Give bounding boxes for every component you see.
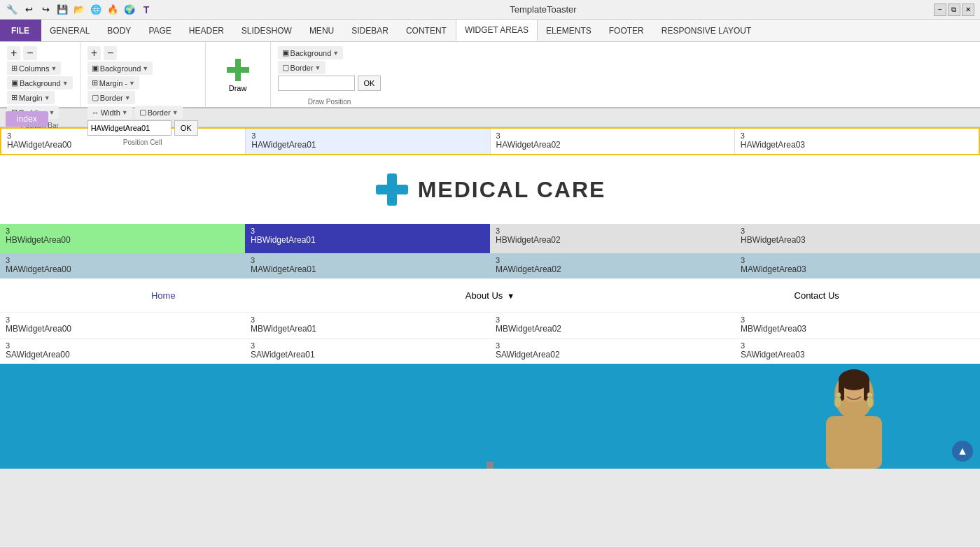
hb-widget-cell-3[interactable]: 3 HBWidgetArea03	[735, 224, 980, 253]
person-silhouette	[812, 367, 896, 469]
undo-icon[interactable]: ↩	[22, 3, 35, 16]
ma-widget-area-row: 3 MAWidgetArea00 3 MAWidgetArea01 3 MAWi…	[0, 253, 980, 278]
border-btn-row-poscell: ▢ Border ▼	[88, 91, 198, 104]
width-border-row-poscell: ↔ Width ▼ ▢ Border ▼	[88, 106, 198, 119]
width-poscell-button[interactable]: ↔ Width ▼	[88, 106, 132, 119]
close-button[interactable]: ✕	[962, 3, 974, 16]
columns-btn-row: ⊞ Columns ▼	[7, 62, 73, 75]
save-icon[interactable]: 💾	[56, 3, 69, 16]
border2-poscell-button[interactable]: ▢ Border ▼	[135, 106, 183, 119]
globe-icon[interactable]: 🌐	[90, 3, 102, 16]
menu-widget-areas[interactable]: WIDGET AREAS	[456, 20, 538, 41]
hb-widget-area-row: 3 HBWidgetArea00 3 HBWidgetArea01 3 HBWi…	[0, 224, 980, 253]
sa-widget-cell-3[interactable]: 3 SAWidgetArea03	[735, 339, 980, 364]
menu-slideshow[interactable]: SLIDESHOW	[233, 20, 301, 41]
restore-button[interactable]: ⧉	[948, 3, 960, 16]
position-cell-section: + − ▣ Background ▼ ⊞ Margin - ▼ ▢ Border…	[80, 42, 206, 107]
menu-body[interactable]: BODY	[99, 20, 140, 41]
add-position-cell-button[interactable]: +	[88, 46, 101, 60]
margin-posbar-icon: ⊞	[11, 93, 18, 102]
add-position-bar-button[interactable]: +	[7, 46, 20, 60]
background-poscell-label: Background	[100, 64, 141, 73]
fire-icon[interactable]: 🔥	[106, 3, 119, 16]
ma-widget-cell-0[interactable]: 3 MAWidgetArea00	[0, 253, 245, 278]
menu-bar: FILE GENERAL BODY PAGE HEADER SLIDESHOW …	[0, 20, 980, 42]
menu-responsive-layout[interactable]: RESPONSIVE LAYOUT	[653, 20, 760, 41]
mb-widget-cell-1[interactable]: 3 MBWidgetArea01	[245, 313, 490, 338]
sa-widget-cell-0[interactable]: 3 SAWidgetArea00	[0, 339, 245, 364]
logo-area: MEDICAL CARE	[0, 155, 980, 224]
columns-icon: ⊞	[11, 64, 18, 73]
margin-posbar-button[interactable]: ⊞ Margin ▼	[7, 91, 55, 104]
background-poscell-button[interactable]: ▣ Background ▼	[88, 62, 153, 75]
remove-position-bar-button[interactable]: −	[23, 46, 36, 60]
tab-index[interactable]: index	[6, 111, 48, 127]
mb-widget-cell-3[interactable]: 3 MBWidgetArea03	[735, 313, 980, 338]
remove-position-cell-button[interactable]: −	[104, 46, 117, 60]
nav-about-arrow: ▼	[507, 292, 514, 300]
person-image	[812, 367, 896, 469]
nav-contact[interactable]: Contact Us	[653, 285, 980, 306]
menu-elements[interactable]: ELEMENTS	[538, 20, 601, 41]
draw-border-button[interactable]: ▢ Border ▼	[278, 61, 326, 74]
margin-poscell-icon: ⊞	[92, 78, 98, 87]
background-poscell-icon: ▣	[92, 64, 99, 73]
mb-widget-cell-2[interactable]: 3 MBWidgetArea02	[490, 313, 735, 338]
hb-widget-cell-0[interactable]: 3 HBWidgetArea00	[0, 224, 245, 253]
draw-background-button[interactable]: ▣ Background ▼	[278, 46, 344, 59]
width-poscell-icon: ↔	[92, 108, 99, 117]
border-poscell-button[interactable]: ▢ Border ▼	[88, 91, 135, 104]
background-posbar-icon: ▣	[11, 78, 18, 87]
hb-widget-cell-2[interactable]: 3 HBWidgetArea02	[490, 224, 735, 253]
position-bar-section: + − ⊞ Columns ▼ ▣ Background ▼ ⊞ Margin …	[0, 42, 80, 107]
draw-pos-background-row: ▣ Background ▼	[278, 46, 382, 59]
draw-position-input[interactable]	[278, 76, 355, 91]
earth-icon[interactable]: 🌍	[123, 3, 136, 16]
padding-posbar-arrow: ▼	[48, 109, 55, 116]
nav-home[interactable]: Home	[0, 285, 327, 306]
ma-widget-cell-2[interactable]: 3 MAWidgetArea02	[490, 253, 735, 278]
menu-footer[interactable]: FOOTER	[601, 20, 653, 41]
ha-widget-cell-0[interactable]: 3 HAWidgetArea00	[1, 129, 246, 154]
canvas-area: 3 HAWidgetArea00 3 HAWidgetArea01 3 HAWi…	[0, 127, 980, 546]
svg-rect-3	[376, 185, 408, 194]
border-poscell-arrow: ▼	[125, 94, 131, 101]
columns-button[interactable]: ⊞ Columns ▼	[7, 62, 61, 75]
sa-widget-cell-1[interactable]: 3 SAWidgetArea01	[245, 339, 490, 364]
columns-dropdown-arrow: ▼	[50, 65, 57, 72]
margin-poscell-button[interactable]: ⊞ Margin - ▼	[88, 76, 139, 90]
draw-section: Draw	[206, 42, 271, 107]
ha-widget-cell-2[interactable]: 3 HAWidgetArea02	[491, 129, 735, 154]
menu-file[interactable]: FILE	[0, 20, 41, 41]
draw-border-arrow: ▼	[315, 64, 321, 71]
ha-widget-cell-1[interactable]: 3 HAWidgetArea01	[246, 129, 490, 154]
background-posbar-button[interactable]: ▣ Background ▼	[7, 76, 73, 90]
ma-widget-cell-3[interactable]: 3 MAWidgetArea03	[735, 253, 980, 278]
title-bar: 🔧 ↩ ↪ 💾 📂 🌐 🔥 🌍 T TemplateToaster − ⧉ ✕	[0, 0, 980, 20]
draw-button[interactable]: Draw	[217, 55, 259, 95]
margin-posbar-label: Margin	[19, 94, 43, 102]
draw-pos-border-row: ▢ Border ▼	[278, 61, 382, 74]
redo-icon[interactable]: ↪	[39, 3, 52, 16]
draw-position-label: Draw Position	[278, 97, 382, 106]
ha-widget-cell-3[interactable]: 3 HAWidgetArea03	[735, 129, 979, 154]
ma-widget-cell-1[interactable]: 3 MAWidgetArea01	[245, 253, 490, 278]
window-controls[interactable]: − ⧉ ✕	[934, 3, 974, 16]
menu-content[interactable]: CONTENT	[398, 20, 456, 41]
draw-background-icon: ▣	[282, 48, 289, 57]
hb-widget-cell-1[interactable]: 3 HBWidgetArea01	[245, 224, 490, 253]
draw-position-section: ▣ Background ▼ ▢ Border ▼ OK Draw Positi…	[271, 42, 388, 107]
menu-header[interactable]: HEADER	[181, 20, 233, 41]
menu-sidebar[interactable]: SIDEBAR	[343, 20, 398, 41]
nav-about[interactable]: About Us ▼	[327, 285, 654, 306]
open-icon[interactable]: 📂	[73, 3, 85, 16]
mb-widget-cell-0[interactable]: 3 MBWidgetArea00	[0, 313, 245, 338]
menu-general[interactable]: GENERAL	[41, 20, 99, 41]
minimize-button[interactable]: −	[934, 3, 946, 16]
scroll-up-button[interactable]: ▲	[952, 441, 973, 462]
sa-widget-cell-2[interactable]: 3 SAWidgetArea02	[490, 339, 735, 364]
draw-pos-ok-button[interactable]: OK	[358, 76, 382, 91]
quick-access-toolbar[interactable]: 🔧 ↩ ↪ 💾 📂 🌐 🔥 🌍 T	[6, 3, 153, 16]
menu-page[interactable]: PAGE	[140, 20, 180, 41]
menu-menu[interactable]: MENU	[301, 20, 343, 41]
